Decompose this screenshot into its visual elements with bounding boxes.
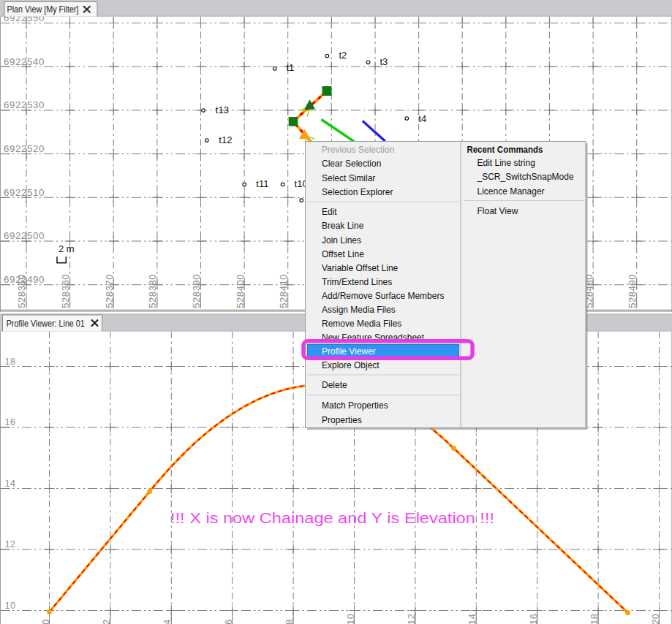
- svg-text:528350: 528350: [17, 274, 28, 308]
- svg-text:Profile Viewer: Line 01: Profile Viewer: Line 01: [7, 319, 85, 329]
- svg-text:Selection Explorer: Selection Explorer: [322, 187, 393, 197]
- svg-text:t12: t12: [219, 134, 232, 145]
- svg-text:6: 6: [223, 619, 234, 624]
- svg-text:Match Properties: Match Properties: [322, 400, 388, 411]
- svg-text:16: 16: [528, 613, 539, 624]
- svg-text:_SCR_SwitchSnapMode: _SCR_SwitchSnapMode: [477, 172, 574, 182]
- svg-text:12: 12: [406, 613, 417, 624]
- svg-text:528410: 528410: [278, 274, 289, 308]
- svg-text:Edit Line string: Edit Line string: [477, 158, 535, 168]
- svg-text:6922500: 6922500: [4, 230, 45, 241]
- svg-text:Plan View [My Filter]: Plan View [My Filter]: [7, 4, 79, 15]
- svg-text:Offset Line: Offset Line: [322, 249, 364, 259]
- svg-text:6922520: 6922520: [4, 143, 45, 154]
- svg-text:2 m: 2 m: [58, 243, 75, 254]
- svg-text:Explore Object: Explore Object: [322, 360, 380, 370]
- svg-text:16: 16: [5, 416, 16, 427]
- svg-text:6922540: 6922540: [4, 56, 45, 67]
- svg-text:Select Similar: Select Similar: [322, 173, 375, 183]
- svg-text:6922530: 6922530: [4, 99, 45, 110]
- svg-text:Profile Viewer: Profile Viewer: [322, 346, 376, 357]
- svg-text:10: 10: [5, 600, 16, 611]
- svg-text:528380: 528380: [147, 274, 158, 308]
- svg-text:Edit: Edit: [322, 207, 337, 217]
- svg-text:t2: t2: [339, 50, 347, 61]
- svg-text:Recent Commands: Recent Commands: [467, 145, 543, 155]
- svg-text:Variable Offset Line: Variable Offset Line: [322, 263, 399, 273]
- svg-text:Clear Selection: Clear Selection: [322, 159, 381, 169]
- svg-text:18: 18: [5, 356, 16, 367]
- svg-text:528370: 528370: [104, 274, 115, 308]
- svg-text:20: 20: [650, 613, 661, 624]
- svg-text:4: 4: [162, 619, 173, 624]
- svg-text:10: 10: [345, 613, 356, 624]
- svg-text:t11: t11: [256, 178, 268, 189]
- svg-text:t13: t13: [216, 104, 229, 115]
- svg-text:14: 14: [467, 613, 477, 624]
- svg-text:8: 8: [284, 619, 295, 624]
- svg-text:Properties: Properties: [322, 415, 362, 425]
- svg-text:Remove Media Files: Remove Media Files: [322, 319, 401, 329]
- svg-text:Break Line: Break Line: [322, 221, 364, 231]
- svg-text:Join Lines: Join Lines: [322, 235, 361, 246]
- svg-text:Float View: Float View: [477, 206, 518, 216]
- svg-text:t4: t4: [418, 113, 426, 124]
- svg-text:528490: 528490: [627, 274, 638, 308]
- svg-text:Licence Manager: Licence Manager: [477, 186, 545, 197]
- svg-text:6922510: 6922510: [4, 187, 45, 198]
- svg-text:528400: 528400: [235, 274, 246, 308]
- svg-text:528360: 528360: [60, 274, 71, 308]
- svg-text:Previous Selection: Previous Selection: [322, 145, 394, 155]
- svg-text:Add/Remove Surface Members: Add/Remove Surface Members: [322, 291, 444, 301]
- svg-text:12: 12: [5, 539, 16, 549]
- svg-text:2: 2: [101, 619, 112, 624]
- svg-text:0: 0: [40, 619, 51, 624]
- svg-text:Delete: Delete: [322, 380, 347, 390]
- svg-text:!!! X is now Chainage and Y is: !!! X is now Chainage and Y is Elevation…: [170, 509, 494, 526]
- svg-text:528390: 528390: [191, 274, 202, 308]
- svg-text:18: 18: [589, 613, 600, 624]
- svg-text:14: 14: [5, 478, 16, 489]
- svg-text:Assign Media Files: Assign Media Files: [322, 305, 396, 315]
- svg-text:t1: t1: [287, 62, 295, 73]
- svg-text:Trim/Extend Lines: Trim/Extend Lines: [322, 277, 392, 287]
- svg-text:t3: t3: [380, 56, 388, 67]
